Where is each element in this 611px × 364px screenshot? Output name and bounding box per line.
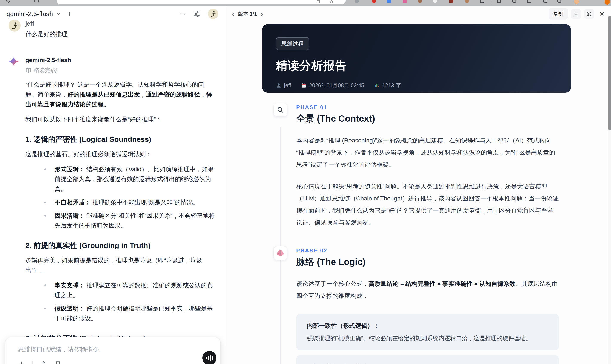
composer-divider [32, 361, 33, 364]
translate-icon[interactable] [317, 0, 320, 3]
artifact-panel: ‹ 版本 1/1 › 复制 ✕ [226, 6, 611, 364]
list-item: 因果清晰： 能准确区分“相关性”和“因果关系”，不会轻率地将先后发生的事情归为因… [25, 211, 216, 231]
phase-title: 脉络 (The Logic) [296, 256, 559, 268]
footballer-avatar-icon [209, 10, 217, 18]
person-icon [276, 83, 281, 88]
scrollbar-thumb[interactable] [608, 16, 611, 130]
artifact-toolbar: ‹ 版本 1/1 › 复制 ✕ [226, 6, 611, 20]
next-version-button[interactable]: › [260, 11, 264, 17]
footballer-avatar-icon [11, 22, 19, 30]
assistant-status: 精读完成! [25, 67, 215, 74]
phase-2: PHASE 02 脉络 (The Logic) 该论述基于一个核心公式：高质量结… [262, 247, 571, 364]
extension-icon[interactable] [433, 0, 437, 3]
bookmark-button[interactable] [55, 361, 61, 364]
extension-icon[interactable] [403, 0, 407, 3]
profile-avatar[interactable] [574, 0, 579, 4]
report-badge: 思维过程 [276, 37, 309, 50]
section-heading: 2. 前提的真实性 (Grounding in Truth) [25, 240, 216, 250]
report-hero: 思维过程 精读分析报告 jeff 2026年01月08日 02:4 [262, 24, 571, 93]
composer-toolbar [18, 360, 61, 364]
extension-icon[interactable] [480, 0, 484, 3]
new-chat-button[interactable] [66, 11, 72, 17]
expand-button[interactable] [584, 9, 595, 19]
download-icon [573, 11, 579, 17]
jeff-avatar [9, 20, 21, 32]
message-list: jeff 什么是好的推理 gemini-2.5-flash [0, 19, 226, 364]
report-meta: jeff 2026年01月08日 02:45 [276, 82, 557, 89]
extension-icon[interactable] [465, 0, 469, 3]
bar-chart-icon [374, 83, 380, 88]
artifact-content: 思维过程 精读分析报告 jeff 2026年01月08日 02:4 [226, 20, 608, 364]
extension-icon[interactable] [605, 0, 610, 4]
list-item: 假设透明： 好的推理会明确指明哪些是已知事实，哪些是基于可能的假设。 [25, 304, 216, 323]
extension-icon[interactable] [557, 0, 561, 3]
prev-version-button[interactable]: ‹ [231, 11, 235, 17]
paragraph: 我们可以从以下四个维度来衡量什么是“好的推理”： [25, 115, 216, 124]
more-options-button[interactable] [180, 11, 186, 17]
list-item: 事实支撑： 推理建立在可靠的数据、准确的观测或公认的真理之上。 [25, 280, 216, 300]
extension-icon[interactable] [372, 0, 376, 3]
composer[interactable]: 思维接口已就绪，请传输指令。 [5, 337, 221, 364]
user-message: jeff 什么是好的推理 [9, 20, 215, 38]
expand-icon [586, 11, 592, 17]
bullet-list: 事实支撑： 推理建立在可靠的数据、准确的观测或公认的真理之上。 假设透明： 好的… [25, 280, 216, 323]
attach-button[interactable] [18, 360, 25, 364]
meta-author: jeff [276, 82, 291, 89]
extension-icon[interactable] [497, 0, 501, 3]
reload-icon[interactable] [6, 0, 10, 3]
sparkle-diamonds-icon [40, 360, 47, 364]
plus-icon [66, 11, 72, 17]
report-title: 精读分析报告 [276, 58, 557, 74]
settings-sliders-button[interactable] [193, 10, 200, 18]
copy-button[interactable]: 复制 [549, 8, 568, 20]
voice-input-button[interactable] [202, 351, 216, 364]
close-artifact-button[interactable]: ✕ [598, 11, 606, 18]
version-label: 版本 1/1 [238, 11, 257, 17]
extension-icon[interactable] [418, 0, 422, 3]
gemini-star-icon [9, 56, 19, 67]
tools-button[interactable] [40, 360, 47, 364]
extension-icon[interactable] [543, 0, 547, 3]
apps-grid-icon[interactable] [34, 0, 39, 2]
section-heading: 1. 逻辑的严密性 (Logical Soundness) [25, 134, 216, 144]
extension-icon[interactable] [449, 0, 453, 3]
assistant-status-text: 精读完成! [34, 67, 57, 74]
dimension-card: 内部一致性（形式逻辑）： 强调推理的“机械正确”。结论必须在给定的规则系统内逻辑… [296, 314, 559, 351]
waveform-icon [206, 357, 207, 359]
extension-icon[interactable] [512, 0, 516, 3]
assistant-name: gemini-2.5-flash [25, 57, 215, 64]
plus-icon [18, 360, 25, 364]
report-document: 思维过程 精读分析报告 jeff 2026年01月08日 02:4 [262, 24, 571, 364]
user-avatar-button[interactable] [208, 9, 218, 19]
extension-icon[interactable] [387, 0, 391, 3]
app-window: gemini-2.5-flash [0, 6, 611, 364]
bookmark-icon [55, 361, 61, 364]
assistant-message-body: “什么是好的推理？”这是一个涉及逻辑学、认知科学和哲学核心的问题。简单来说，好的… [25, 80, 216, 364]
chat-header: gemini-2.5-flash [0, 6, 226, 19]
download-button[interactable] [571, 9, 581, 19]
list-item: 形式逻辑： 结构必须有效（Valid）。比如演绎推理中，如果前提全部为真，那么通… [25, 164, 216, 194]
phase-paragraph: 核心情境在于解决“思考的随意性”问题。不论是人类通过批判性思维进行决策，还是大语… [296, 181, 559, 229]
paragraph: 逻辑再完美，如果前提是错误的，推理也是垃圾（即“垃圾进，垃圾出”）。 [25, 256, 216, 275]
phase-label: PHASE 01 [296, 104, 559, 110]
browser-toolbar [0, 0, 611, 6]
magnifier-icon [273, 103, 287, 117]
composer-placeholder: 思维接口已就绪，请传输指令。 [18, 345, 105, 354]
bullet-list: 形式逻辑： 结构必须有效（Valid）。比如演绎推理中，如果前提全部为真，那么通… [25, 164, 216, 231]
ellipsis-icon [180, 11, 186, 17]
model-title-label: gemini-2.5-flash [6, 10, 53, 18]
address-bar[interactable] [56, 0, 346, 4]
user-name: jeff [25, 20, 67, 27]
meta-word-count: 1213 字 [374, 82, 401, 89]
user-message-text: 什么是好的推理 [25, 30, 67, 38]
extension-icon[interactable] [355, 0, 359, 3]
phase-paragraph: 该论述基于一个核心公式：高质量结论 = 结构完整性 × 事实准确性 × 认知自律… [296, 278, 559, 302]
model-selector[interactable]: gemini-2.5-flash [6, 10, 61, 18]
calendar-icon [301, 83, 306, 88]
phase-paragraph: 本内容是对“推理 (Reasoning)”这一抽象概念的高层建模。在知识爆炸与人… [296, 134, 559, 171]
paragraph: 这是推理的基石。好的推理必须遵循逻辑法则： [25, 149, 216, 159]
dimension-cards: 内部一致性（形式逻辑）： 强调推理的“机械正确”。结论必须在给定的规则系统内逻辑… [296, 314, 559, 364]
extension-icon[interactable] [527, 0, 531, 3]
list-item: 不自相矛盾： 推理链条中不能出现“既是又非”的情况。 [25, 197, 216, 207]
bookmark-star-icon[interactable] [330, 0, 333, 3]
